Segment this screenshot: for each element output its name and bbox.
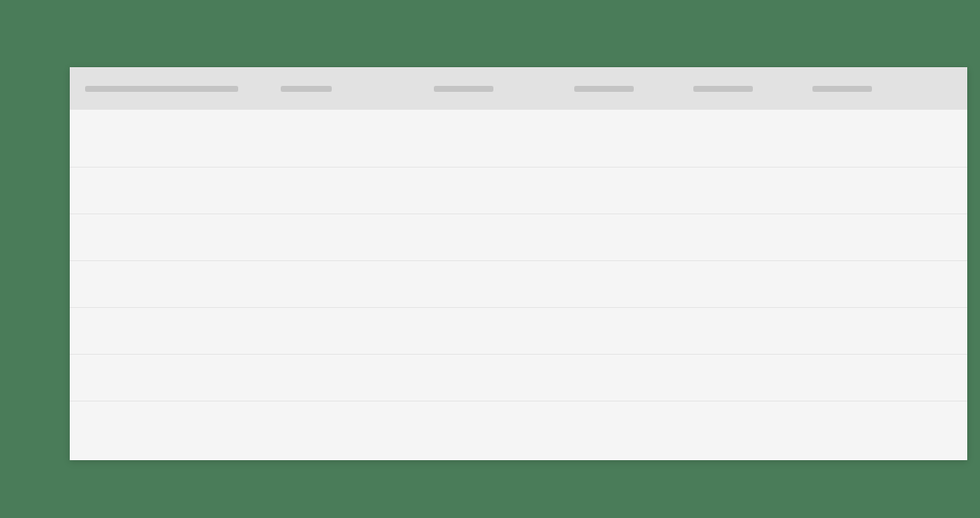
table-header-col-6: [812, 86, 932, 92]
table-body: [70, 110, 967, 448]
skeleton-bar: [574, 86, 634, 92]
skeleton-bar: [434, 86, 493, 92]
table-header-col-2: [281, 86, 434, 92]
table-row: [70, 168, 967, 214]
table-header-col-1: [85, 86, 281, 92]
table-header-col-3: [434, 86, 574, 92]
table-header-col-5: [693, 86, 812, 92]
table-row: [70, 355, 967, 401]
skeleton-bar: [281, 86, 332, 92]
skeleton-table: [70, 67, 967, 460]
skeleton-bar: [693, 86, 753, 92]
table-row: [70, 110, 967, 168]
table-row: [70, 401, 967, 448]
table-header: [70, 67, 967, 110]
table-header-col-4: [574, 86, 693, 92]
table-row: [70, 261, 967, 308]
skeleton-bar: [812, 86, 872, 92]
skeleton-bar: [85, 86, 238, 92]
table-row: [70, 214, 967, 261]
table-row: [70, 308, 967, 355]
